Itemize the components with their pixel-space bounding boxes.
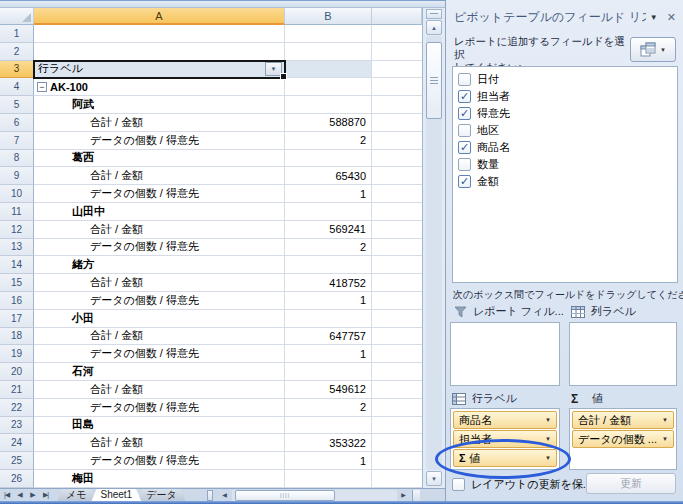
cell-C19[interactable]	[372, 345, 422, 363]
row-header-15[interactable]: 15	[0, 274, 34, 292]
cell-C13[interactable]	[372, 239, 422, 257]
vertical-split-handle[interactable]	[426, 9, 442, 19]
row-labels-well[interactable]: 商品名▼担当者▼Σ値▼	[450, 408, 560, 470]
row-header-5[interactable]: 5	[0, 96, 34, 114]
cell-A3[interactable]: 行ラベル▼	[34, 61, 285, 79]
hscroll-left-button[interactable]: ◀	[218, 490, 231, 501]
cell-A8[interactable]: 葛西	[34, 150, 285, 168]
sheet-tab-メモ[interactable]: メモ	[57, 489, 95, 501]
row-header-22[interactable]: 22	[0, 399, 34, 417]
collapse-button[interactable]: −	[37, 82, 47, 92]
cell-A12[interactable]: 合計 / 金額	[34, 221, 285, 239]
cell-C4[interactable]	[372, 78, 422, 96]
defer-layout-checkbox[interactable]	[452, 478, 465, 491]
cell-C12[interactable]	[372, 221, 422, 239]
report-filter-well[interactable]	[450, 322, 560, 386]
cell-C21[interactable]	[372, 381, 422, 399]
field-button-値[interactable]: Σ値▼	[453, 449, 557, 467]
cell-B6[interactable]: 588870	[285, 114, 372, 132]
field-button-担当者[interactable]: 担当者▼	[453, 430, 557, 448]
update-button[interactable]: 更新	[586, 473, 676, 494]
prev-sheet-button[interactable]: ◀	[13, 491, 26, 499]
cell-C1[interactable]	[372, 25, 422, 43]
field-button-dropdown-icon[interactable]: ▼	[662, 436, 668, 442]
row-header-12[interactable]: 12	[0, 221, 34, 239]
row-header-18[interactable]: 18	[0, 328, 34, 346]
cell-A7[interactable]: データの個数 / 得意先	[34, 132, 285, 150]
cell-A11[interactable]: 山田中	[34, 203, 285, 221]
field-checkbox-担当者[interactable]: ✓	[458, 90, 471, 103]
row-header-2[interactable]: 2	[0, 43, 34, 61]
scroll-up-button[interactable]: ▲	[426, 20, 442, 35]
cell-A19[interactable]: データの個数 / 得意先	[34, 345, 285, 363]
column-labels-well[interactable]	[569, 322, 677, 386]
cell-B22[interactable]: 2	[285, 399, 372, 417]
cell-C2[interactable]	[372, 43, 422, 61]
row-header-1[interactable]: 1	[0, 25, 34, 43]
cell-B1[interactable]	[285, 25, 372, 43]
cell-C8[interactable]	[372, 150, 422, 168]
first-sheet-button[interactable]: |◀	[0, 491, 13, 499]
cell-C6[interactable]	[372, 114, 422, 132]
cell-B7[interactable]: 2	[285, 132, 372, 150]
cell-A20[interactable]: 石河	[34, 363, 285, 381]
field-list-layout-button[interactable]: ▼	[630, 37, 676, 62]
values-well[interactable]: 合計 / 金額▼データの個数 ...▼	[569, 408, 677, 470]
row-header-13[interactable]: 13	[0, 239, 34, 257]
last-sheet-button[interactable]: ▶|	[39, 491, 52, 499]
cell-B23[interactable]	[285, 417, 372, 435]
field-button-dropdown-icon[interactable]: ▼	[662, 417, 668, 423]
field-item-担当者[interactable]: ✓担当者	[453, 88, 677, 105]
row-header-20[interactable]: 20	[0, 363, 34, 381]
cell-B20[interactable]	[285, 363, 372, 381]
cell-A24[interactable]: 合計 / 金額	[34, 434, 285, 452]
cell-C11[interactable]	[372, 203, 422, 221]
field-button-データの個数 ...[interactable]: データの個数 ...▼	[572, 430, 674, 448]
scroll-down-button[interactable]: ▼	[426, 471, 442, 486]
cell-B2[interactable]	[285, 43, 372, 61]
field-button-dropdown-icon[interactable]: ▼	[545, 436, 551, 442]
row-header-11[interactable]: 11	[0, 203, 34, 221]
cell-A25[interactable]: データの個数 / 得意先	[34, 452, 285, 470]
cell-C5[interactable]	[372, 96, 422, 114]
cell-A2[interactable]	[34, 43, 285, 61]
cell-B18[interactable]: 647757	[285, 328, 372, 346]
row-header-23[interactable]: 23	[0, 417, 34, 435]
row-header-7[interactable]: 7	[0, 132, 34, 150]
cell-C22[interactable]	[372, 399, 422, 417]
field-checkbox-地区[interactable]	[458, 124, 471, 137]
cell-B3[interactable]	[285, 61, 372, 79]
column-header-b[interactable]: B	[285, 8, 372, 25]
cell-A6[interactable]: 合計 / 金額	[34, 114, 285, 132]
cell-B17[interactable]	[285, 310, 372, 328]
field-checkbox-金額[interactable]: ✓	[458, 175, 471, 188]
cell-B14[interactable]	[285, 256, 372, 274]
cell-C14[interactable]	[372, 256, 422, 274]
row-header-3[interactable]: 3	[0, 61, 34, 79]
row-header-10[interactable]: 10	[0, 185, 34, 203]
cell-C16[interactable]	[372, 292, 422, 310]
pane-menu-chevron-icon[interactable]: ▼	[650, 13, 658, 22]
field-checkbox-商品名[interactable]: ✓	[458, 141, 471, 154]
cell-C7[interactable]	[372, 132, 422, 150]
cell-A1[interactable]	[34, 25, 285, 43]
cell-B21[interactable]: 549612	[285, 381, 372, 399]
sheet-tab-Sheet1[interactable]: Sheet1	[91, 489, 141, 501]
cell-C26[interactable]	[372, 470, 422, 488]
field-item-日付[interactable]: 日付	[453, 71, 677, 88]
vertical-scrollbar[interactable]: ▲ ▼	[422, 8, 445, 488]
column-header-a[interactable]: A	[34, 8, 285, 25]
row-header-17[interactable]: 17	[0, 310, 34, 328]
cell-A17[interactable]: 小田	[34, 310, 285, 328]
vertical-scroll-thumb[interactable]	[426, 42, 442, 119]
cell-C18[interactable]	[372, 328, 422, 346]
row-header-26[interactable]: 26	[0, 470, 34, 488]
row-header-16[interactable]: 16	[0, 292, 34, 310]
cell-A14[interactable]: 緒方	[34, 256, 285, 274]
next-sheet-button[interactable]: ▶	[26, 491, 39, 499]
cell-B13[interactable]: 2	[285, 239, 372, 257]
horizontal-scroll-track[interactable]: ||||	[232, 490, 397, 501]
cell-C3[interactable]	[372, 61, 422, 79]
tab-split-handle[interactable]	[207, 490, 213, 501]
cell-B9[interactable]: 65430	[285, 167, 372, 185]
